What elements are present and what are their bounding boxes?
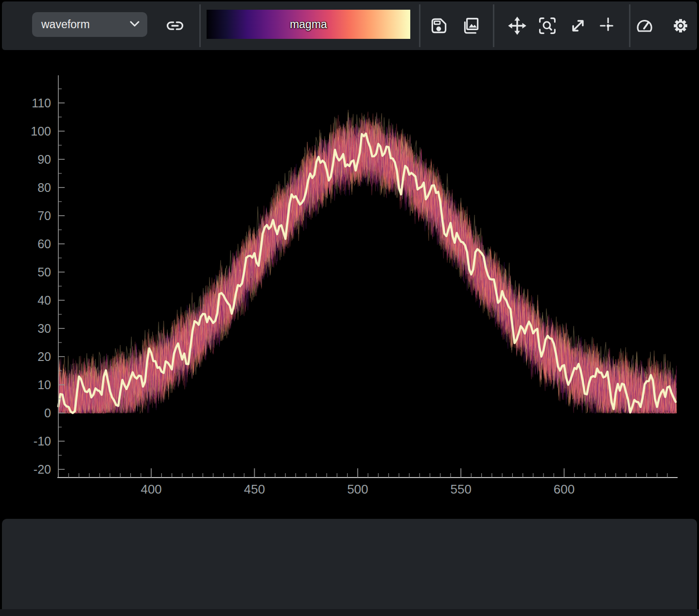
toolbar-divider — [419, 4, 420, 47]
y-axis-tick-label: 40 — [37, 293, 51, 307]
y-axis-tick-label: 60 — [37, 237, 51, 251]
chevron-down-icon — [130, 21, 140, 28]
export-image-button[interactable] — [459, 14, 482, 37]
crosshair-button[interactable] — [596, 14, 620, 37]
y-axis-tick-label: -10 — [34, 434, 51, 448]
y-axis-tick-label: 20 — [37, 350, 51, 363]
y-axis-tick-label: 30 — [37, 322, 51, 335]
bottom-strip — [0, 609, 699, 616]
x-axis-tick-label: 450 — [244, 482, 265, 496]
settings-button[interactable] — [669, 14, 692, 37]
performance-button[interactable] — [633, 14, 656, 37]
autoscale-button[interactable] — [566, 14, 590, 37]
crosshair-icon — [597, 15, 619, 36]
y-axis-tick-label: 100 — [31, 124, 51, 138]
plot-panel: -20-100102030405060708090100110400450500… — [0, 50, 699, 519]
waveform-plot[interactable]: -20-100102030405060708090100110400450500… — [0, 50, 699, 519]
y-axis-tick-label: -20 — [34, 462, 51, 476]
toolbar-divider — [199, 4, 201, 47]
dataset-dropdown-value: waveform — [32, 18, 90, 31]
dataset-dropdown[interactable]: waveform — [32, 12, 147, 37]
control-panel: Curve Index 99 Highlight always last cur… — [2, 519, 697, 609]
zoom-area-icon — [537, 15, 558, 36]
pan-button[interactable] — [506, 14, 529, 37]
image-export-icon — [460, 16, 481, 36]
toolbar-divider — [493, 4, 494, 47]
toolbar-divider — [629, 4, 630, 47]
gear-icon — [670, 15, 691, 36]
save-icon — [429, 16, 449, 36]
link-button[interactable] — [163, 14, 187, 37]
y-axis-tick-label: 70 — [37, 209, 51, 222]
y-axis-tick-label: 0 — [44, 406, 51, 420]
x-axis-tick-label: 500 — [347, 482, 368, 496]
zoom-region-button[interactable] — [536, 14, 559, 37]
diagonal-expand-icon — [567, 15, 589, 36]
y-axis-tick-label: 10 — [37, 378, 51, 392]
x-axis-tick-label: 400 — [140, 482, 161, 496]
toolbar: waveform magma — [2, 1, 697, 50]
colormap-label: magma — [290, 18, 327, 31]
save-button[interactable] — [427, 14, 451, 37]
y-axis-tick-label: 50 — [37, 265, 51, 279]
x-axis-tick-label: 550 — [450, 482, 471, 496]
speedometer-icon — [634, 16, 655, 36]
link-icon — [164, 15, 186, 36]
colormap-bar[interactable]: magma — [207, 10, 410, 39]
move-icon — [507, 15, 528, 36]
x-axis-tick-label: 600 — [554, 482, 575, 496]
y-axis-tick-label: 110 — [32, 96, 51, 110]
y-axis-tick-label: 90 — [37, 153, 51, 166]
y-axis-tick-label: 80 — [37, 181, 51, 194]
